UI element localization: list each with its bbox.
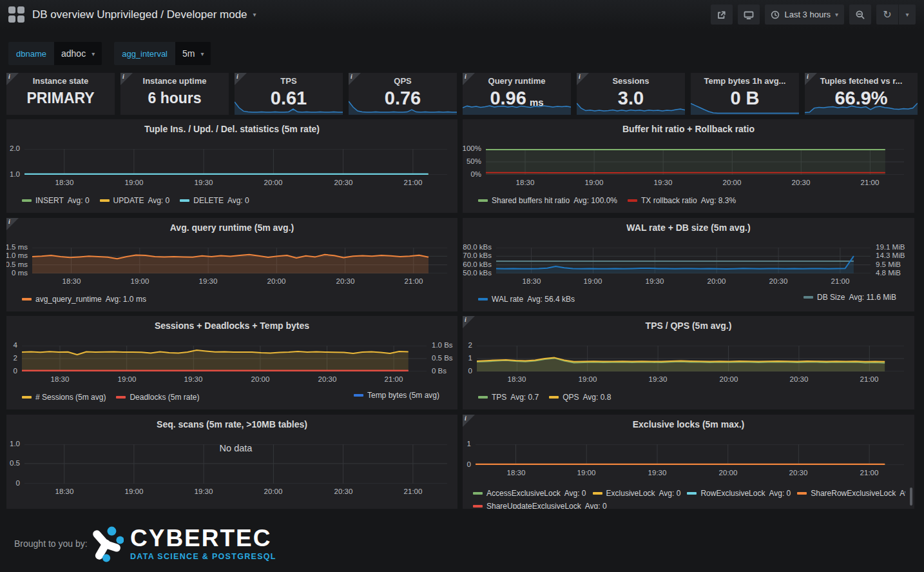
panel-title[interactable]: Exclusive locks (5m max.) [482, 419, 895, 429]
legend-series-avg: Avg: 0 [769, 489, 791, 498]
x-axis-tick: 18:30 [46, 488, 82, 495]
legend-series-avg: Avg: 100.0% [573, 196, 617, 205]
panel-sessions: i Sessions 3.0 [577, 73, 685, 115]
panel-info-icon[interactable]: i [463, 73, 475, 85]
legend-item[interactable]: WAL rateAvg: 56.4 kBs [478, 295, 575, 304]
legend-series-color [628, 199, 637, 202]
panel-info-icon[interactable]: i [349, 73, 361, 85]
legend-item[interactable]: DELETEAvg: 0 [180, 196, 249, 205]
panel-info-icon[interactable]: i [805, 73, 817, 85]
x-axis-tick: 19:00 [576, 179, 612, 186]
legend-item[interactable]: UPDATEAvg: 0 [100, 196, 170, 205]
y-axis-tick-right: 9.5 MiB [876, 261, 901, 268]
legend-item[interactable]: ShareRowExclusiveLockAvg: 0 [797, 489, 905, 498]
legend-series-avg: Avg: 11.6 MiB [849, 293, 896, 302]
panel-qps: i QPS 0.76 [349, 73, 457, 115]
legend-series-avg: Avg: 56.4 kBs [527, 295, 575, 304]
variable-dbname-label: dbname [8, 42, 54, 65]
x-axis-tick: 19:00 [122, 277, 158, 285]
legend-item[interactable]: AccessExclusiveLockAvg: 0 [473, 489, 586, 498]
x-axis-tick: 20:00 [255, 488, 291, 495]
y-axis-tick: 0.5 [10, 459, 20, 467]
legend-item[interactable]: TX rollback ratioAvg: 8.3% [628, 196, 736, 205]
panel-info-icon[interactable]: i [6, 73, 19, 85]
caret-down-icon: ▾ [905, 11, 909, 18]
legend-item[interactable]: avg_query_runtimeAvg: 1.0 ms [22, 295, 146, 304]
legend-item[interactable]: ExclusiveLockAvg: 0 [593, 489, 681, 498]
panel-info-icon[interactable]: i [6, 218, 19, 230]
legend-series-color [549, 396, 559, 399]
x-axis-tick: 19:30 [645, 179, 681, 186]
stat-value: 0 B [691, 73, 799, 115]
legend-item[interactable]: Deadlocks (5m rate) [116, 393, 199, 402]
brand-name: CYBERTEC [130, 526, 276, 551]
panel-title[interactable]: Buffer hit ratio + Rollback ratio [482, 124, 895, 134]
time-range-picker[interactable]: Last 3 hours ▾ [765, 5, 844, 25]
panel-title[interactable]: TPS / QPS (5m avg.) [482, 321, 895, 331]
panel-title[interactable]: Avg. query runtime (5m avg.) [26, 222, 438, 233]
panel-title[interactable]: Seq. scans (5m rate, >10MB tables) [26, 419, 438, 429]
legend-series-name: DB Size [817, 293, 845, 302]
y-axis-tick: 0 [467, 460, 471, 468]
legend-item[interactable]: INSERTAvg: 0 [22, 196, 90, 205]
legend-series-avg: Avg: 0 [900, 489, 905, 498]
share-button[interactable] [711, 5, 733, 25]
panel-info-icon[interactable]: i [463, 415, 475, 427]
legend-item[interactable]: ShareUpdateExclusiveLockAvg: 0 [473, 502, 607, 509]
legend-item[interactable]: # Sessions (5m avg) [22, 393, 106, 402]
panel-title[interactable]: WAL rate + DB size (5m avg.) [482, 222, 895, 233]
legend-scrollbar[interactable] [910, 488, 912, 506]
legend-series-name: ShareRowExclusiveLock [811, 489, 896, 498]
legend-item[interactable]: TPSAvg: 0.7 [478, 393, 539, 402]
x-axis-tick: 20:30 [309, 375, 345, 383]
legend-item[interactable]: Temp bytes (5m avg) [354, 391, 439, 400]
legend-series-color [593, 492, 602, 495]
legend-series-name: Shared buffers hit ratio [492, 196, 570, 205]
dashboard-title[interactable]: DB overview Unprivileged / Developer mod… [32, 0, 256, 29]
x-axis-tick: 19:30 [186, 179, 222, 186]
legend-item[interactable]: Shared buffers hit ratioAvg: 100.0% [478, 196, 617, 205]
y-axis-tick-right: 19.1 MiB [876, 243, 905, 251]
y-axis-tick: 1.5 ms [6, 243, 28, 251]
refresh-interval-dropdown[interactable]: ▾ [899, 5, 916, 25]
panel-seq-scans: Seq. scans (5m rate, >10MB tables) 1.00.… [6, 415, 457, 509]
x-axis-tick: 20:00 [698, 277, 735, 285]
panel-title[interactable]: Sessions + Deadlocks + Temp bytes [26, 321, 438, 331]
y-axis-tick: 2 [14, 354, 17, 362]
legend-item[interactable]: QPSAvg: 0.8 [549, 393, 611, 402]
legend: INSERTAvg: 0UPDATEAvg: 0DELETEAvg: 0 [22, 194, 432, 207]
panel-info-icon[interactable]: i [577, 73, 589, 85]
legend-series-avg: Avg: 0 [564, 489, 586, 498]
x-axis-tick: 20:00 [255, 179, 291, 186]
variable-agg-interval-value[interactable]: 5m ▾ [175, 42, 211, 65]
tv-mode-button[interactable] [738, 5, 760, 25]
panel-title[interactable]: Tuple Ins. / Upd. / Del. statistics (5m … [26, 124, 438, 134]
stat-value: 0.76 [349, 73, 457, 115]
legend-series-color [473, 505, 483, 508]
legend-item[interactable]: DB SizeAvg: 11.6 MiB [804, 293, 896, 302]
y-axis-tick: 1 [468, 354, 472, 362]
legend-item[interactable]: RowExclusiveLockAvg: 0 [687, 489, 791, 498]
legend-row: INSERTAvg: 0UPDATEAvg: 0DELETEAvg: 0 [22, 194, 432, 207]
legend-series-name: UPDATE [113, 196, 144, 205]
legend-series-avg: Avg: 8.3% [701, 196, 736, 205]
x-axis-tick: 18:30 [498, 469, 534, 477]
variable-dbname: dbname adhoc ▾ [8, 42, 102, 65]
caret-down-icon: ▾ [253, 11, 256, 18]
legend-series-avg: Avg: 0 [227, 196, 249, 205]
panel-tps: i TPS 0.61 [235, 73, 343, 115]
refresh-button[interactable]: ↻ [876, 5, 898, 25]
y-axis-tick-right: 4.8 MiB [876, 269, 901, 277]
cybertec-logo[interactable]: CYBERTEC DATA SCIENCE & POSTGRESQL [90, 526, 276, 563]
panel-info-icon[interactable]: i [463, 316, 475, 328]
grafana-dashboard-icon[interactable] [8, 6, 25, 23]
zoom-out-button[interactable] [849, 5, 871, 25]
panel-info-icon[interactable]: i [120, 73, 133, 85]
plot-area [22, 346, 427, 371]
variable-dbname-value[interactable]: adhoc ▾ [54, 42, 102, 65]
panel-info-icon[interactable]: i [235, 73, 247, 85]
panel-instance-uptime: i Instance uptime 6 hours [120, 73, 229, 115]
legend-series-name: # Sessions (5m avg) [35, 393, 106, 402]
plot-area [32, 248, 447, 273]
legend-series-color [354, 394, 363, 397]
